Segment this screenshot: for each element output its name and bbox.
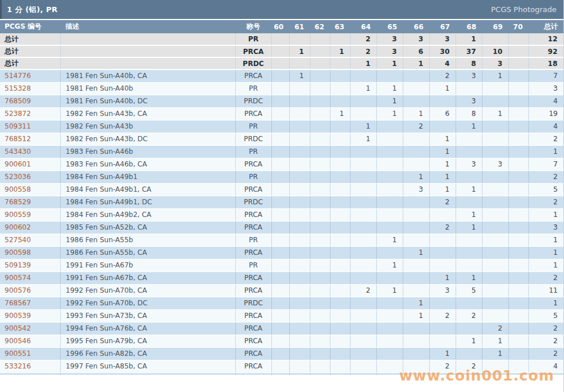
cell-grade-61 [289,246,310,259]
cell-grade-69 [482,208,508,221]
cell-grade-64 [350,246,376,259]
cell-pcgs-number[interactable]: 900546 [0,335,60,347]
cell-pcgs-number[interactable]: 523872 [0,107,60,120]
population-table: PCGS 编号 描述 称号 6061626364656667686970总计 总… [0,20,564,375]
pcgs-number-link[interactable]: 527540 [5,236,31,244]
cell-grade-64 [350,196,376,208]
cell-description: 1982 Fen Sun-A43b [60,120,235,133]
cell-total: 7 [528,69,563,82]
cell-pcgs-number[interactable]: 900551 [0,347,60,360]
cell-grade-69: 1 [482,347,508,360]
cell-pcgs-number[interactable]: 900601 [0,158,60,170]
cell-grade-69 [482,309,508,322]
cell-pcgs-number[interactable]: 768567 [0,297,60,309]
cell-grade-61 [289,221,310,234]
header-grade-63: 63 [330,20,350,33]
cell-grade-67 [429,234,456,246]
pcgs-number-link[interactable]: 533216 [5,362,31,370]
cell-grade-62 [310,259,330,271]
pcgs-number-link[interactable]: 768509 [5,97,31,105]
cell-grade-60 [271,271,289,284]
cell-total: 1 [528,259,563,271]
pcgs-number-link[interactable]: 900574 [5,274,31,282]
cell-designation: PR [235,170,271,183]
cell-grade-70 [508,259,528,271]
cell-pcgs-number[interactable]: 527540 [0,234,60,246]
cell-grade-70 [508,360,528,372]
cell-pcgs-number[interactable]: 515328 [0,82,60,95]
cell-grade-68: 1 [456,271,482,284]
cell-pcgs-number[interactable]: 543430 [0,145,60,158]
pcgs-number-link[interactable]: 768512 [5,135,31,143]
cell-grade-66 [403,221,429,234]
pcgs-number-link[interactable]: 900601 [5,160,31,168]
cell-grade-62 [310,158,330,170]
cell-pcgs-number[interactable]: 523036 [0,170,60,183]
cell-grade-62 [310,133,330,145]
photograde-link[interactable]: PCGS Photograde [491,5,557,14]
cell-pcgs-number[interactable]: 768512 [0,133,60,145]
cell-grade-69 [482,360,508,372]
cell-pcgs-number[interactable]: 900559 [0,208,60,221]
cell-grade-70 [508,221,528,234]
cell-grade-61: 1 [289,45,310,57]
pcgs-number-link[interactable]: 900539 [5,312,31,320]
table-row: 9006021985 Fen Sun-A52b, CAPRCA213 [0,221,563,234]
cell-pcgs-number[interactable]: 900576 [0,284,60,297]
cell-grade-64 [350,221,376,234]
cell-pcgs-number[interactable]: 900602 [0,221,60,234]
cell-total: 3 [528,82,563,95]
pcgs-number-link[interactable]: 900546 [5,337,31,345]
pcgs-number-link[interactable]: 900598 [5,249,31,257]
cell-grade-62 [310,284,330,297]
cell-grade-68: 3 [456,158,482,170]
cell-grade-61 [289,309,310,322]
cell-pcgs-number[interactable]: 509139 [0,259,60,271]
cell-grade-64: 2 [350,284,376,297]
cell-grade-67: 30 [429,45,456,57]
cell-grade-69 [482,246,508,259]
cell-grade-70 [508,347,528,360]
cell-pcgs-number[interactable]: 900574 [0,271,60,284]
cell-grade-66: 3 [403,183,429,196]
pcgs-number-link[interactable]: 523036 [5,173,31,181]
cell-pcgs-number[interactable]: 900598 [0,246,60,259]
cell-pcgs-number[interactable]: 900558 [0,183,60,196]
cell-description: 1981 Fen Sun-A40b, CA [60,69,235,82]
pcgs-number-link[interactable]: 515328 [5,84,31,92]
cell-pcgs-number[interactable]: 514776 [0,69,60,82]
pcgs-number-link[interactable]: 900551 [5,350,31,358]
pcgs-number-link[interactable]: 768567 [5,299,31,307]
cell-grade-70 [508,234,528,246]
table-row: 9005421994 Fen Sun-A76b, CAPRCA22 [0,322,563,335]
cell-pcgs-number[interactable]: 900542 [0,322,60,335]
cell-pcgs-number[interactable]: 533216 [0,360,60,372]
pcgs-number-link[interactable]: 514776 [5,72,31,80]
pcgs-number-link[interactable]: 900576 [5,286,31,294]
cell-grade-70 [508,120,528,133]
totals-row: 总计PRCA1123630371092 [0,45,563,57]
cell-pcgs-number[interactable]: 768529 [0,196,60,208]
pcgs-number-link[interactable]: 900602 [5,223,31,231]
cell-grade-60 [271,183,289,196]
cell-pcgs-number[interactable]: 900539 [0,309,60,322]
pcgs-number-link[interactable]: 509311 [5,122,31,130]
pcgs-number-link[interactable]: 509139 [5,261,31,269]
pcgs-number-link[interactable]: 900542 [5,324,31,332]
pcgs-number-link[interactable]: 768529 [5,198,31,206]
cell-description: 1984 Fen Sun-A49b1, CA [60,183,235,196]
cell-grade-66: 1 [403,246,429,259]
pcgs-number-link[interactable]: 900559 [5,211,31,219]
cell-pcgs-number[interactable]: 768509 [0,95,60,107]
cell-grade-60 [271,57,289,69]
cell-grade-69: 3 [482,57,508,69]
cell-pcgs-number: 总计 [0,33,60,45]
cell-pcgs-number[interactable]: 509311 [0,120,60,133]
cell-grade-66 [403,133,429,145]
pcgs-number-link[interactable]: 900558 [5,185,31,193]
cell-grade-70 [508,271,528,284]
header-grade-66: 66 [403,20,429,33]
cell-designation: PR [235,259,271,271]
pcgs-number-link[interactable]: 523872 [5,110,31,118]
pcgs-number-link[interactable]: 543430 [5,148,31,156]
